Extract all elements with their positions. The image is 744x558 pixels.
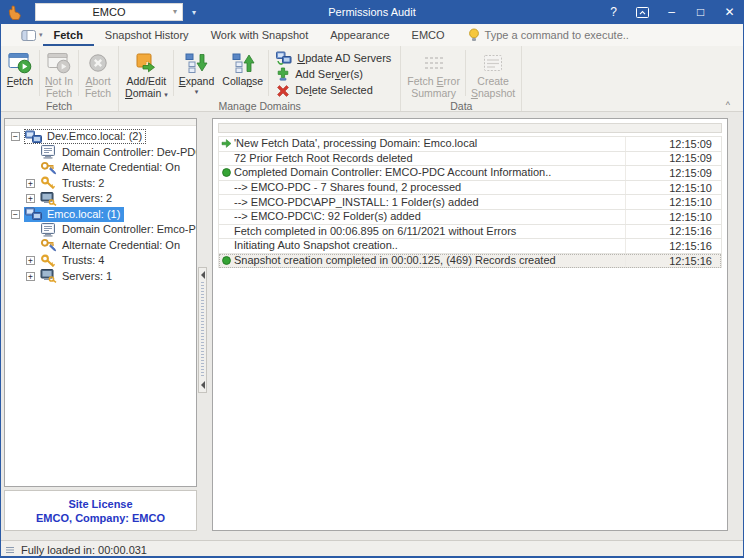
delete-selected-icon xyxy=(276,84,290,97)
status-list-icon xyxy=(5,545,15,555)
update-ad-servers-button[interactable]: Update AD Servers xyxy=(276,50,391,66)
tree-item[interactable]: + xyxy=(5,191,196,207)
tree-item[interactable]: + xyxy=(5,176,196,192)
quick-access-combo[interactable]: EMCO ▾ xyxy=(35,3,183,21)
tree-item-label: Domain Controller: Dev-PDC xyxy=(60,146,197,159)
dropdown-caret-icon: ▾ xyxy=(164,91,168,98)
log-row-timestamp: 12:15:16 xyxy=(625,254,721,268)
create-snapshot-icon xyxy=(481,50,505,75)
not-in-fetch-button[interactable]: Not In Fetch xyxy=(41,47,77,99)
create-snapshot-button[interactable]: Create Snapshot xyxy=(467,47,519,99)
divider xyxy=(39,50,40,96)
log-row-message: --> EMCO-PDC\C: 92 Folder(s) added xyxy=(234,210,625,223)
log-row[interactable]: Snapshot creation completed in 00:00.125… xyxy=(219,254,721,269)
ribbon-display-options-button[interactable] xyxy=(628,0,657,24)
abort-fetch-label-line2: Fetch xyxy=(85,88,111,100)
ribbon-group-label-fetch: Fetch xyxy=(2,99,116,113)
log-row-message: Initiating Auto Snapshot creation.. xyxy=(234,239,625,252)
tree-expander[interactable]: − xyxy=(11,132,20,141)
lightbulb-icon xyxy=(468,28,480,42)
log-row-timestamp: 12:15:09 xyxy=(625,152,721,166)
fetch-button-label: Fetch xyxy=(7,76,33,88)
ribbon-tab[interactable]: Work with Snapshot xyxy=(200,24,320,46)
splitter-collapse-arrow-icon[interactable] xyxy=(201,381,205,389)
dropdown-caret-icon: ▾ xyxy=(179,88,215,95)
title-bar: EMCO ▾ ▾ Permissions Audit ? – □ ✕ xyxy=(0,0,744,24)
log-row-status-icon xyxy=(219,138,234,149)
tree-item[interactable]: + xyxy=(5,269,196,285)
splitter-grip[interactable] xyxy=(201,282,204,378)
delete-selected-label: Delete Selected xyxy=(295,84,373,96)
minimize-button[interactable]: – xyxy=(657,0,686,24)
fetch-error-summary-button[interactable]: Fetch Error Summary xyxy=(403,47,464,99)
tree-expander[interactable]: − xyxy=(11,210,20,219)
panel-toggle-button[interactable]: ▾ xyxy=(21,29,43,42)
log-row[interactable]: Initiating Auto Snapshot creation.. 12:1… xyxy=(219,239,721,254)
ribbon-tab[interactable]: Appearance xyxy=(319,24,400,46)
log-row[interactable]: --> EMCO-PDC\APP_INSTALL: 1 Folder(s) ad… xyxy=(219,195,721,210)
log-row[interactable]: 72 Prior Fetch Root Records deleted 12:1… xyxy=(219,152,721,167)
ribbon-tab-label: Work with Snapshot xyxy=(211,29,309,41)
ribbon-tab[interactable]: Snapshot History xyxy=(94,24,200,46)
divider xyxy=(465,50,466,96)
ribbon-display-icon xyxy=(636,7,649,18)
tree-item-label: Emco.local: (1) xyxy=(45,208,122,221)
domain-tree-panel: − xyxy=(4,118,197,487)
collapse-button-label: Collapse xyxy=(222,76,263,88)
panel-splitter[interactable] xyxy=(198,267,207,393)
ribbon-group-label-data: Data xyxy=(403,99,519,113)
splitter-collapse-arrow-icon[interactable] xyxy=(201,271,205,279)
app-hand-icon[interactable] xyxy=(7,5,21,20)
log-row-message: Fetch completed in 00:06.895 on 6/11/202… xyxy=(234,225,625,238)
divider xyxy=(78,50,79,96)
maximize-button[interactable]: □ xyxy=(686,0,715,24)
close-button[interactable]: ✕ xyxy=(715,0,744,24)
log-row-message: --> EMCO-PDC\APP_INSTALL: 1 Folder(s) ad… xyxy=(234,196,625,209)
tree-item[interactable]: − xyxy=(5,129,196,145)
help-button[interactable]: ? xyxy=(599,0,628,24)
quick-access-caret-icon[interactable]: ▾ xyxy=(192,8,196,17)
log-row[interactable]: --> EMCO-PDC - 7 Shares found, 2 process… xyxy=(219,181,721,196)
tree-item[interactable]: Domain Controller: Dev-PDC xyxy=(5,145,196,161)
collapse-ribbon-button[interactable]: ^ xyxy=(726,100,730,110)
fetch-button[interactable]: Fetch xyxy=(2,47,38,99)
add-edit-domain-button[interactable]: Add/Edit Domain ▾ xyxy=(121,47,172,99)
tree-item-icon xyxy=(40,269,57,283)
add-edit-domain-label-line2: Domain ▾ xyxy=(125,88,168,100)
tree-item[interactable]: + xyxy=(5,253,196,269)
tree-item[interactable]: Alternate Credential: On xyxy=(5,238,196,254)
log-row[interactable]: 'New Fetch Data', processing Domain: Emc… xyxy=(219,137,721,152)
log-row-timestamp: 12:15:09 xyxy=(625,166,721,180)
abort-fetch-button[interactable]: Abort Fetch xyxy=(80,47,116,99)
ribbon-tab[interactable]: Fetch xyxy=(43,24,94,46)
not-in-fetch-label-line2: Fetch xyxy=(45,88,73,100)
tree-item-icon xyxy=(40,238,57,252)
ribbon: Fetch Not In Fetch xyxy=(0,46,744,112)
ribbon-tab-label: Fetch xyxy=(54,29,83,41)
update-ad-servers-icon xyxy=(276,51,292,65)
tree-item[interactable]: Alternate Credential: On xyxy=(5,160,196,176)
tree-expander[interactable]: + xyxy=(26,179,35,188)
tree-expander[interactable]: + xyxy=(26,272,35,281)
add-servers-button[interactable]: Add Server(s) xyxy=(276,66,391,82)
ribbon-tab-label: Appearance xyxy=(330,29,389,41)
tree-item-icon xyxy=(40,176,57,190)
tree-expander[interactable]: + xyxy=(26,256,35,265)
log-row[interactable]: Fetch completed in 00:06.895 on 6/11/202… xyxy=(219,225,721,240)
tree-expander[interactable]: + xyxy=(26,194,35,203)
delete-selected-button[interactable]: Delete Selected xyxy=(276,82,391,98)
expand-button[interactable]: Expand ▾ xyxy=(175,47,219,99)
ribbon-tab-label: Snapshot History xyxy=(105,29,189,41)
collapse-button[interactable]: Collapse xyxy=(218,47,267,99)
expand-icon xyxy=(184,50,208,75)
ribbon-tab[interactable]: EMCO xyxy=(401,24,456,46)
quick-access-combo-value: EMCO xyxy=(93,6,126,18)
license-info: Site License EMCO, Company: EMCO xyxy=(4,490,197,531)
tree-item[interactable]: − xyxy=(5,207,196,223)
log-row[interactable]: Completed Domain Controller: EMCO-PDC Ac… xyxy=(219,166,721,181)
combo-dropdown-icon[interactable]: ▾ xyxy=(173,8,177,16)
log-row[interactable]: --> EMCO-PDC\C: 92 Folder(s) added 12:15… xyxy=(219,210,721,225)
log-row-timestamp: 12:15:10 xyxy=(625,181,721,195)
tree-item[interactable]: Domain Controller: Emco-PDC xyxy=(5,222,196,238)
command-search[interactable]: Type a command to execute.. xyxy=(468,28,629,42)
